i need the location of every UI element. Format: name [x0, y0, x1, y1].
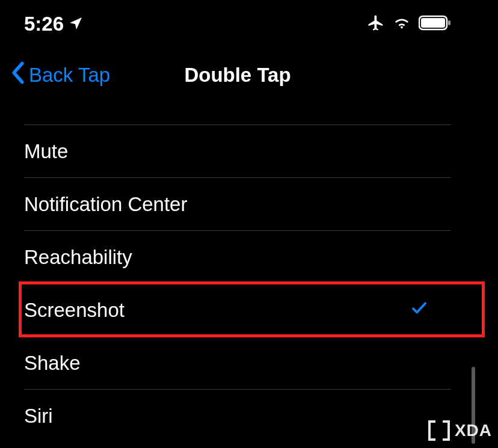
list-row[interactable]: Screenshot: [24, 283, 451, 336]
option-label: Notification Center: [24, 193, 187, 216]
svg-rect-1: [421, 18, 445, 28]
option-label: Screenshot: [24, 299, 124, 322]
list-row[interactable]: Reachability: [24, 230, 451, 283]
nav-bar: Back Tap Double Tap: [0, 48, 475, 102]
chevron-back-icon: [11, 61, 25, 89]
wifi-icon: [393, 16, 410, 32]
option-label: Siri: [24, 405, 53, 428]
svg-rect-2: [448, 20, 450, 25]
back-label: Back Tap: [29, 64, 110, 87]
list-row[interactable]: Notification Center: [24, 177, 451, 230]
list-row[interactable]: Shake: [24, 336, 451, 389]
checkmark-icon: [410, 299, 428, 322]
location-icon: [69, 13, 83, 35]
option-label: Shake: [24, 352, 81, 375]
option-label: Mute: [24, 140, 68, 163]
list-row[interactable]: [24, 111, 451, 124]
content: Mute Notification Center Reachability Sc…: [0, 102, 475, 442]
airplane-mode-icon: [367, 14, 385, 34]
battery-icon: [419, 15, 451, 33]
status-time: 5:26: [24, 13, 64, 35]
list-row[interactable]: Mute: [24, 124, 451, 177]
watermark: XDA: [428, 420, 492, 441]
watermark-text: XDA: [455, 421, 492, 440]
list-row[interactable]: Siri: [24, 389, 451, 442]
back-button[interactable]: Back Tap: [11, 61, 110, 89]
option-label: Reachability: [24, 246, 132, 269]
status-bar: 5:26: [0, 0, 475, 48]
page-title: Double Tap: [184, 64, 290, 87]
options-list: Mute Notification Center Reachability Sc…: [24, 111, 451, 442]
